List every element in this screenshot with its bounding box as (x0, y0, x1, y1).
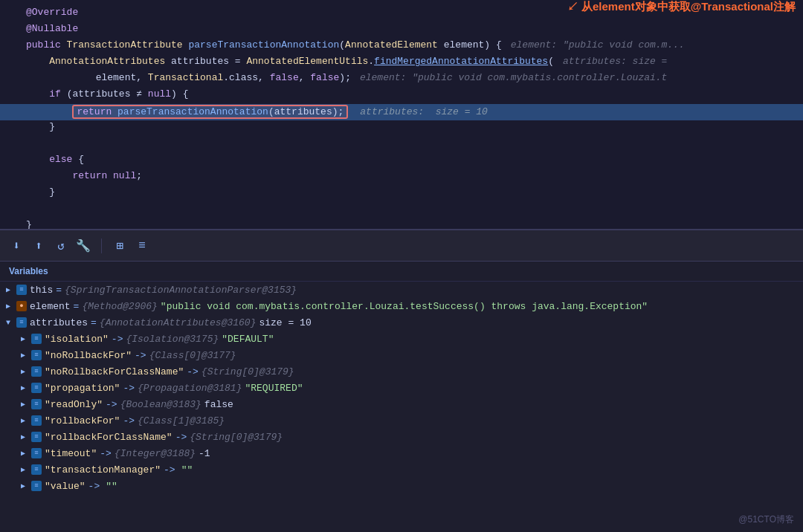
var-ref: {Method@2906} (82, 301, 157, 312)
var-value: "" (181, 464, 193, 476)
line-content (26, 203, 803, 214)
line-content: } (26, 186, 803, 198)
var-row-this[interactable]: ▶ ≡ this = {SpringTransactionAnnotationP… (0, 282, 803, 298)
var-name: element (30, 301, 71, 312)
var-ref: {Boolean@3183} (120, 399, 201, 410)
var-eq: -> (123, 383, 135, 394)
var-ref: {String[0]@3179} (201, 366, 294, 377)
code-line: AnnotationAttributes attributes = Annota… (0, 55, 803, 71)
var-value: size = 10 (259, 317, 311, 328)
expand-arrow[interactable]: ▼ (6, 319, 16, 327)
code-line (0, 202, 803, 218)
var-row-rollback-for-classname[interactable]: ▶ ≡ "rollbackForClassName" -> {String[0]… (0, 429, 803, 445)
expand-arrow[interactable]: ▶ (21, 449, 31, 458)
expand-arrow[interactable]: ▶ (21, 367, 31, 376)
code-editor: ↙ 从element对象中获取@Transactional注解 @Overrid… (0, 0, 803, 230)
expand-arrow[interactable]: ▶ (21, 334, 31, 343)
var-row-element[interactable]: ▶ ● element = {Method@2906} "public void… (0, 298, 803, 314)
step-over-icon[interactable]: ⬇ (9, 239, 24, 253)
code-line: else { (0, 153, 803, 169)
var-key: "noRollbackForClassName" (45, 366, 184, 377)
var-eq: = (56, 285, 62, 296)
var-type-icon: ● (16, 301, 27, 311)
var-row-isolation[interactable]: ▶ ≡ "isolation" -> {Isolation@3175} "DEF… (0, 331, 803, 347)
var-value: "" (106, 481, 117, 492)
var-eq: = (74, 301, 80, 312)
var-key: "rollbackFor" (45, 415, 120, 426)
var-type-icon: ≡ (31, 334, 42, 344)
var-eq: -> (175, 432, 187, 443)
line-content: @Override (26, 7, 803, 18)
code-line: @Override (0, 6, 803, 22)
var-type-icon: ≡ (31, 350, 42, 360)
var-type-icon: ≡ (31, 432, 42, 442)
var-type-icon: ≡ (16, 285, 27, 295)
var-ref: {Class[0]@3177} (149, 350, 236, 361)
var-row-transaction-manager[interactable]: ▶ ≡ "transactionManager" -> "" (0, 461, 803, 478)
var-row-attributes[interactable]: ▼ ≡ attributes = {AnnotationAttributes@3… (0, 314, 803, 331)
expand-arrow[interactable]: ▶ (21, 400, 31, 409)
var-type-icon: ≡ (31, 448, 42, 458)
code-line: @Nullable (0, 22, 803, 39)
code-line: } (0, 120, 803, 137)
var-key: "value" (45, 481, 86, 492)
line-content: public TransactionAttribute parseTransac… (26, 39, 803, 51)
code-line: element, Transactional.class, false, fal… (0, 71, 803, 88)
var-eq: = (91, 317, 97, 328)
expand-arrow[interactable]: ▶ (21, 432, 31, 441)
expand-arrow[interactable]: ▶ (21, 465, 31, 474)
var-key: "readOnly" (45, 399, 103, 410)
var-name: attributes (30, 317, 88, 328)
var-ref: {String[0]@3179} (190, 432, 283, 443)
var-row-rollback-for[interactable]: ▶ ≡ "rollbackFor" -> {Class[1]@3185} (0, 412, 803, 429)
debug-toolbar: ⬇ ⬆ ↺ 🔧 ⊞ ≡ (0, 230, 803, 262)
watermark: @51CTO博客 (738, 513, 794, 526)
var-row-readonly[interactable]: ▶ ≡ "readOnly" -> {Boolean@3183} false (0, 396, 803, 412)
var-key: "timeout" (45, 448, 97, 459)
expand-arrow[interactable]: ▶ (6, 302, 16, 311)
settings-icon[interactable]: 🔧 (76, 239, 91, 253)
var-ref: {Propagation@3181} (138, 383, 242, 394)
expand-arrow[interactable]: ▶ (6, 285, 16, 294)
var-row-propagation[interactable]: ▶ ≡ "propagation" -> {Propagation@3181} … (0, 380, 803, 396)
var-ref: {AnnotationAttributes@3160} (100, 317, 257, 328)
var-value: "public void com.mybatis.controller.Louz… (161, 301, 648, 312)
code-line: if (attributes ≠ null) { (0, 88, 803, 104)
var-eq: -> (164, 464, 175, 476)
expand-arrow[interactable]: ▶ (21, 351, 31, 360)
code-lines: @Override @Nullable public TransactionAt… (0, 0, 803, 230)
var-eq: -> (100, 448, 112, 459)
var-ref: {Integer@3188} (115, 448, 196, 459)
code-line: } (0, 186, 803, 202)
expand-arrow[interactable]: ▶ (21, 481, 31, 490)
var-row-no-rollback-for-classname[interactable]: ▶ ≡ "noRollbackForClassName" -> {String[… (0, 363, 803, 380)
var-type-icon: ≡ (31, 399, 42, 409)
var-key: "propagation" (45, 383, 120, 394)
line-content: } (26, 121, 803, 132)
var-type-icon: ≡ (31, 383, 42, 393)
rerun-icon[interactable]: ↺ (54, 239, 68, 253)
var-type-icon: ≡ (16, 317, 27, 328)
var-value: false (204, 399, 233, 410)
var-row-value[interactable]: ▶ ≡ "value" -> "" (0, 478, 803, 494)
layout-icon[interactable]: ≡ (135, 239, 149, 253)
step-out-icon[interactable]: ⬆ (31, 239, 46, 253)
line-content (26, 137, 803, 149)
var-ref: {Class[1]@3185} (138, 415, 225, 426)
line-content: @Nullable (26, 23, 803, 34)
var-type-icon: ≡ (31, 481, 42, 491)
line-content: } (26, 219, 803, 230)
line-content: return null; (26, 170, 803, 181)
line-content: else { (26, 154, 803, 165)
code-line: public TransactionAttribute parseTransac… (0, 39, 803, 55)
expand-arrow[interactable]: ▶ (21, 416, 31, 425)
toolbar-separator (101, 239, 102, 253)
var-type-icon: ≡ (31, 366, 42, 377)
expand-arrow[interactable]: ▶ (21, 383, 31, 392)
var-type-icon: ≡ (31, 415, 42, 426)
var-eq: -> (106, 399, 117, 410)
line-content: if (attributes ≠ null) { (26, 88, 803, 100)
var-row-no-rollback-for[interactable]: ▶ ≡ "noRollbackFor" -> {Class[0]@3177} (0, 347, 803, 363)
table-icon[interactable]: ⊞ (112, 239, 127, 253)
var-row-timeout[interactable]: ▶ ≡ "timeout" -> {Integer@3188} -1 (0, 445, 803, 461)
